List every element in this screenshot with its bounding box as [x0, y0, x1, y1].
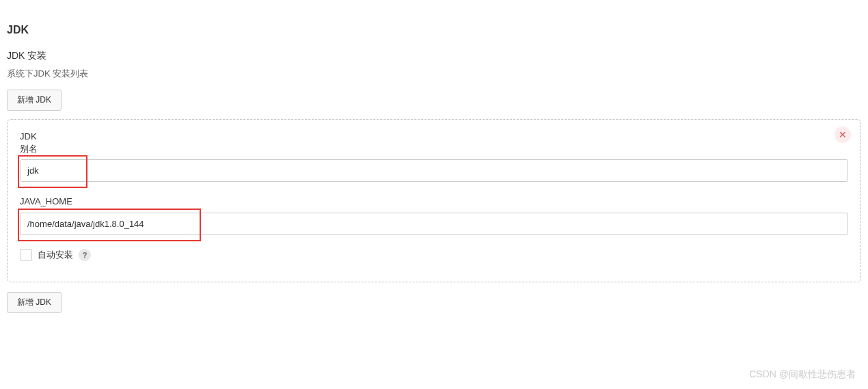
jdk-alias-label-line2: 别名	[20, 144, 38, 154]
jdk-alias-label-line1: JDK	[20, 131, 37, 142]
install-label: JDK 安装	[7, 50, 861, 62]
auto-install-label: 自动安装	[38, 249, 73, 261]
jdk-alias-label: JDK 别名	[20, 131, 848, 155]
add-jdk-button-bottom[interactable]: 新增 JDK	[7, 292, 62, 313]
help-icon[interactable]: ?	[79, 249, 91, 261]
add-jdk-button-top[interactable]: 新增 JDK	[7, 90, 62, 111]
auto-install-checkbox[interactable]	[20, 249, 32, 261]
auto-install-row: 自动安装 ?	[20, 249, 848, 261]
jdk-alias-input-wrapper	[20, 159, 848, 182]
jdk-alias-input[interactable]	[20, 159, 848, 182]
close-button[interactable]: ✕	[835, 126, 851, 143]
java-home-input[interactable]	[20, 213, 848, 235]
java-home-input-wrapper	[20, 213, 848, 235]
install-list-label: 系统下JDK 安装列表	[7, 68, 861, 80]
close-icon: ✕	[839, 130, 847, 139]
java-home-label: JAVA_HOME	[20, 196, 848, 208]
jdk-config-panel: ✕ JDK 别名 JAVA_HOME 自动安装 ?	[7, 119, 861, 282]
section-title: JDK	[7, 24, 861, 36]
